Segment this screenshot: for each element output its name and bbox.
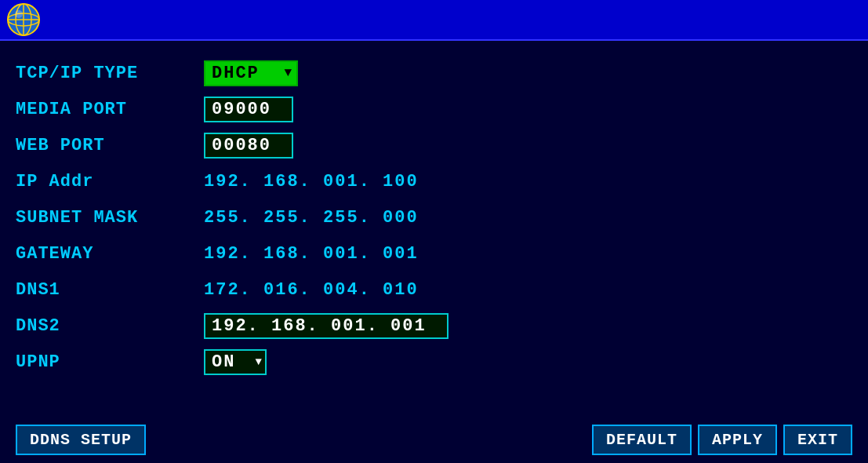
bottom-bar: DDNS SETUP DEFAULT APPLY EXIT [16, 418, 852, 455]
dns1-label: DNS1 [16, 280, 204, 300]
media-port-input[interactable] [204, 97, 293, 122]
dns1-row: DNS1 172. 016. 004. 010 [16, 272, 852, 308]
dns2-row: DNS2 [16, 308, 852, 344]
gateway-label: GATEWAY [16, 244, 204, 264]
main-content: TCP/IP TYPE DHCP STATIC MEDIA PORT WEB P… [0, 41, 868, 463]
tcpip-type-label: TCP/IP TYPE [16, 64, 204, 83]
title-bar [0, 0, 868, 41]
ip-addr-label: IP Addr [16, 172, 204, 191]
ddns-setup-button[interactable]: DDNS SETUP [16, 425, 146, 455]
tcpip-type-row: TCP/IP TYPE DHCP STATIC [16, 55, 852, 91]
media-port-row: MEDIA PORT [16, 91, 852, 127]
subnet-mask-label: SUBNET MASK [16, 208, 204, 228]
ip-addr-value: 192. 168. 001. 100 [204, 172, 419, 191]
web-port-label: WEB PORT [16, 136, 204, 155]
svg-point-5 [15, 10, 23, 18]
media-port-label: MEDIA PORT [16, 100, 204, 119]
web-port-input[interactable] [204, 133, 293, 159]
upnp-row: UPNP ON OFF [16, 344, 852, 380]
web-port-row: WEB PORT [16, 127, 852, 163]
tcpip-type-select-wrapper[interactable]: DHCP STATIC [204, 60, 298, 86]
subnet-mask-value: 255. 255. 255. 000 [204, 208, 419, 228]
globe-icon [6, 2, 41, 37]
apply-button[interactable]: APPLY [698, 425, 777, 455]
subnet-mask-row: SUBNET MASK 255. 255. 255. 000 [16, 199, 852, 235]
dns2-input[interactable] [204, 313, 449, 339]
exit-button[interactable]: EXIT [783, 425, 852, 455]
default-button[interactable]: DEFAULT [592, 425, 692, 455]
dns2-label: DNS2 [16, 316, 204, 336]
upnp-select[interactable]: ON OFF [204, 349, 267, 375]
gateway-row: GATEWAY 192. 168. 001. 001 [16, 235, 852, 272]
gateway-value: 192. 168. 001. 001 [204, 244, 419, 264]
dns1-value: 172. 016. 004. 010 [204, 280, 419, 300]
tcpip-type-select[interactable]: DHCP STATIC [204, 60, 298, 86]
ip-addr-row: IP Addr 192. 168. 001. 100 [16, 163, 852, 199]
upnp-select-wrapper[interactable]: ON OFF [204, 349, 267, 375]
upnp-label: UPNP [16, 352, 204, 372]
